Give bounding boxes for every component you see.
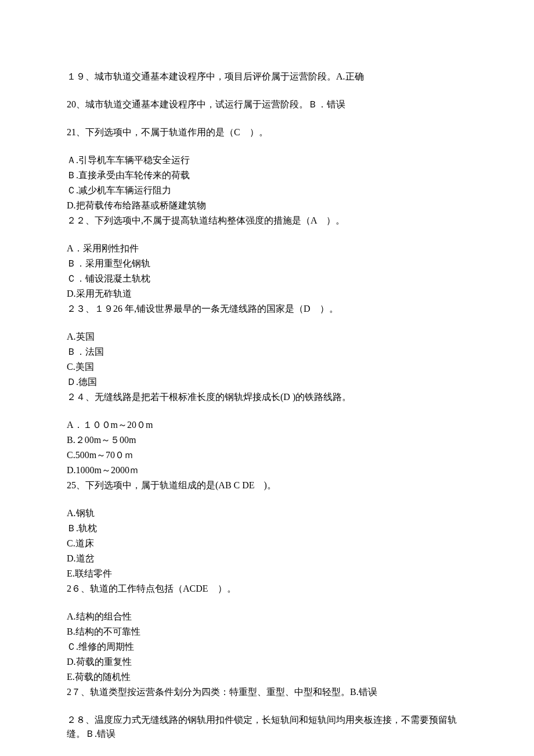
option-21d: D.把荷载传布给路基或桥隧建筑物	[67, 199, 467, 213]
option-23c: C.美国	[67, 360, 467, 374]
question-28: ２８、温度应力式无缝线路的钢轨用扣件锁定，长短轨间和短轨间均用夹板连接，不需要预…	[67, 713, 467, 741]
option-21b: Ｂ.直接承受由车轮传来的荷载	[67, 168, 467, 182]
question-20: 20、城市轨道交通基本建设程序中，试运行属于运营阶段。Ｂ．错误	[67, 98, 467, 111]
question-19: １９、城市轨道交通基本建设程序中，项目后评价属于运营阶段。A.正确	[67, 70, 467, 84]
option-26a: A.结构的组合性	[67, 610, 467, 624]
option-24d: D.1000m～2000ｍ	[67, 463, 467, 477]
question-26: 2６、轨道的工作特点包括（ACDE ）。	[67, 582, 467, 596]
option-22d: D.采用无砟轨道	[67, 287, 467, 301]
question-23: ２３、１９26 年,铺设世界最早的一条无缝线路的国家是（D ）。	[67, 302, 467, 316]
option-25d: D.道岔	[67, 552, 467, 566]
option-23a: A.英国	[67, 330, 467, 344]
option-21a: Ａ.引导机车车辆平稳安全运行	[67, 153, 467, 167]
option-24c: C.500m～70０ｍ	[67, 448, 467, 462]
question-25: 25、下列选项中，属于轨道组成的是(AB C DE )。	[67, 478, 467, 492]
option-22a: A．采用刚性扣件	[67, 242, 467, 255]
option-26c: Ｃ.维修的周期性	[67, 640, 467, 654]
question-21: 21、下列选项中，不属于轨道作用的是（C ）。	[67, 125, 467, 139]
option-26b: B.结构的不可靠性	[67, 625, 467, 639]
option-22b: Ｂ．采用重型化钢轨	[67, 257, 467, 271]
question-24: ２４、无缝线路是把若干根标准长度的钢轨焊接成长(D )的铁路线路。	[67, 390, 467, 404]
option-22c: Ｃ．铺设混凝土轨枕	[67, 272, 467, 286]
option-26d: D.荷载的重复性	[67, 655, 467, 669]
option-26e: E.荷载的随机性	[67, 670, 467, 684]
option-23b: Ｂ．法国	[67, 345, 467, 359]
option-24b: B.２00m～５00m	[67, 433, 467, 447]
option-25e: E.联结零件	[67, 567, 467, 581]
option-23d: Ｄ.德国	[67, 375, 467, 389]
option-25c: C.道床	[67, 537, 467, 550]
option-25b: Ｂ.轨枕	[67, 521, 467, 535]
option-21c: Ｃ.减少机车车辆运行阻力	[67, 183, 467, 197]
question-27: 2７、轨道类型按运营条件划分为四类：特重型、重型、中型和轻型。B.错误	[67, 685, 467, 699]
option-24a: A．１００m～20０m	[67, 418, 467, 432]
option-25a: A.钢轨	[67, 506, 467, 520]
question-22: ２２、下列选项中,不属于提高轨道结构整体强度的措施是（A ）。	[67, 214, 467, 228]
